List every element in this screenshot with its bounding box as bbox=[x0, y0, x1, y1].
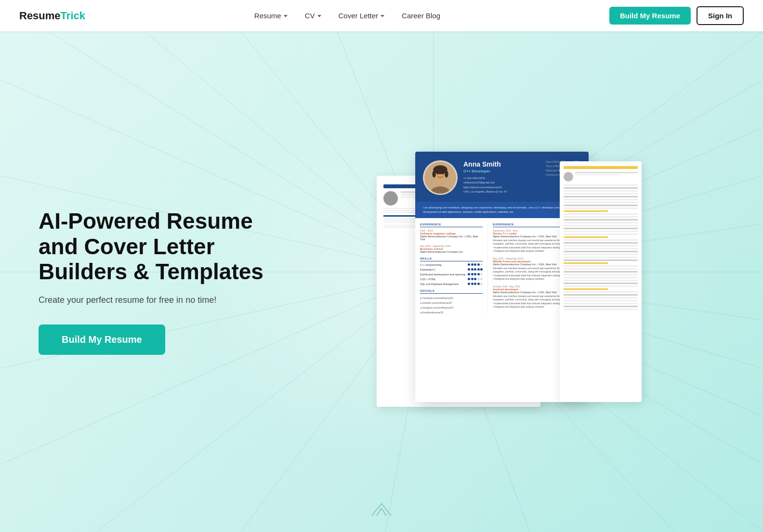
resume-left-col: Experience 2016 - 2018 Software engineer… bbox=[415, 223, 488, 315]
hero-heading: AI-Powered Resume and Cover Letter Build… bbox=[39, 208, 270, 285]
skill-dot bbox=[477, 268, 480, 271]
skill-dot bbox=[474, 273, 476, 275]
nav-menu: Resume CV Cover Letter Career Blog bbox=[254, 12, 440, 20]
skill-dot bbox=[471, 263, 474, 266]
resume-skills-list: C++ programmingEmbedded CDashboard devel… bbox=[420, 263, 483, 285]
yellow-accent-bar bbox=[564, 166, 638, 169]
nav-item-resume[interactable]: Resume bbox=[254, 12, 288, 20]
skill-dot bbox=[468, 278, 470, 280]
skill-dot bbox=[477, 263, 480, 266]
resume-skill-row: Embedded C bbox=[420, 268, 483, 271]
hero-subheading: Create your perfect resume for free in n… bbox=[39, 295, 270, 305]
logo[interactable]: ResumeTrick bbox=[19, 10, 85, 22]
skill-dot bbox=[468, 268, 470, 271]
navbar: ResumeTrick Resume CV Cover Letter Caree… bbox=[0, 0, 763, 31]
skill-dot bbox=[480, 273, 483, 275]
resume-socials: ● Facebook.com/smithanna/23 ● LinkedIn.c… bbox=[420, 296, 483, 315]
skill-dot bbox=[480, 268, 483, 271]
skill-dots bbox=[468, 278, 483, 280]
skill-dot bbox=[468, 283, 470, 285]
resume-preview-stack: Anna Smith C++ Developer +1 202 4454 097… bbox=[391, 147, 622, 416]
svg-point-30 bbox=[433, 170, 436, 178]
skill-dots bbox=[468, 263, 483, 266]
resume-avatar bbox=[423, 160, 458, 195]
svg-point-31 bbox=[445, 170, 448, 178]
resume-skills-heading: Skills bbox=[420, 257, 483, 261]
chevron-down-icon bbox=[317, 15, 321, 17]
skill-name: Embedded C bbox=[420, 268, 435, 271]
nav-item-career-blog[interactable]: Career Blog bbox=[402, 12, 440, 20]
resume-contact-info: +1 202 4454 0978 smithanna123@gmail.com … bbox=[463, 176, 540, 194]
skill-dot bbox=[474, 268, 476, 271]
hero-bottom-decoration bbox=[367, 501, 396, 522]
logo-text-trick: Trick bbox=[61, 10, 85, 22]
skill-dot bbox=[480, 283, 483, 285]
skill-dot bbox=[480, 263, 483, 266]
skill-name: C++ programming bbox=[420, 263, 441, 266]
skill-dot bbox=[480, 278, 483, 280]
skill-dot bbox=[471, 283, 474, 285]
nav-signin-button[interactable]: Sign In bbox=[697, 6, 744, 25]
nav-item-cv[interactable]: CV bbox=[305, 12, 321, 20]
resume-skill-row: SQL and Database Management bbox=[420, 283, 483, 285]
chevron-down-icon bbox=[284, 15, 288, 17]
right-card-content bbox=[564, 184, 638, 310]
skill-dots bbox=[468, 283, 483, 285]
logo-text-resume: Resume bbox=[19, 10, 61, 22]
skill-dot bbox=[471, 268, 474, 271]
skill-dot bbox=[474, 278, 476, 280]
skill-dot bbox=[471, 273, 474, 275]
resume-edu-item-2: May 2004 - September 2016 Business schoo… bbox=[420, 245, 483, 253]
chevron-down-icon bbox=[381, 15, 384, 17]
resume-person-title: C++ Developer bbox=[463, 169, 540, 173]
skill-dot bbox=[474, 283, 476, 285]
skill-name: CSS + HTML bbox=[420, 278, 436, 281]
skill-name: SQL and Database Management bbox=[420, 283, 459, 285]
skill-dot bbox=[471, 278, 474, 280]
resume-person-name: Anna Smith bbox=[463, 160, 540, 168]
resume-education-heading: Experience bbox=[420, 223, 483, 227]
resume-skill-row: Dashboard development and reporting bbox=[420, 273, 483, 276]
hero-left-content: AI-Powered Resume and Cover Letter Build… bbox=[39, 208, 270, 355]
skill-dot bbox=[474, 263, 476, 266]
resume-skill-row: CSS + HTML bbox=[420, 278, 483, 281]
skill-dot bbox=[477, 283, 480, 285]
skill-dots bbox=[468, 268, 483, 271]
nav-item-cover-letter[interactable]: Cover Letter bbox=[339, 12, 385, 20]
nav-build-button[interactable]: Build My Resume bbox=[609, 7, 691, 25]
svg-point-33 bbox=[442, 173, 444, 175]
skill-dot bbox=[477, 278, 480, 280]
skill-dots bbox=[468, 273, 483, 275]
skill-dot bbox=[477, 273, 480, 275]
skill-name: Dashboard development and reporting bbox=[420, 273, 465, 276]
navbar-actions: Build My Resume Sign In bbox=[609, 6, 744, 25]
hero-right-preview: Anna Smith C++ Developer +1 202 4454 097… bbox=[289, 147, 724, 416]
resume-name-block: Anna Smith C++ Developer +1 202 4454 097… bbox=[463, 160, 540, 194]
skill-dot bbox=[468, 263, 470, 266]
hero-section: AI-Powered Resume and Cover Letter Build… bbox=[0, 31, 763, 532]
resume-socials-heading: Socials bbox=[420, 289, 483, 294]
skill-dot bbox=[468, 273, 470, 275]
resume-skill-row: C++ programming bbox=[420, 263, 483, 266]
resume-edu-item-1: 2016 - 2018 Software engineer college Al… bbox=[420, 229, 483, 241]
resume-right-accent-card bbox=[560, 161, 642, 402]
svg-point-32 bbox=[437, 173, 439, 175]
hero-cta-button[interactable]: Build My Resume bbox=[39, 324, 165, 355]
